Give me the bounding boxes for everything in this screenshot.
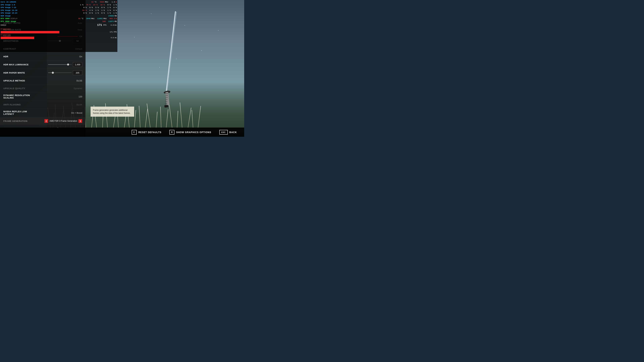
hdr-value[interactable]: On [79,55,82,58]
hdr-max-lum-slider-fill [48,64,68,65]
anti-aliasing-value: DLAA [76,103,82,106]
hud-cpu-label: Core i9-10920X [1,1,16,3]
hud-usage-7-12-label: CPU Usage 7-12 [1,6,16,9]
particle [184,25,185,26]
hdr-max-lum-slider-track[interactable] [48,64,72,65]
hud-cpu-mhz: 5006 [100,1,104,3]
sword-image [152,8,186,109]
hud-overlay: Core i9-10920X 62 °C 5006 MHz 1.6 W CPU … [0,0,118,52]
graphics-key-badge: R [170,130,174,135]
svg-line-4 [166,94,168,94]
back-key-badge: ESC [219,130,228,135]
hdr-paper-white-label: HDR PAPER WHITE [3,71,34,74]
frame-gen-next-button[interactable]: ❯ [78,119,82,123]
frametime-label: Frametime [1,34,10,36]
hud-cpu-w: 1.6 [112,1,115,3]
reset-defaults-label: RESET DEFAULTS [138,131,161,134]
svg-line-1 [167,12,176,92]
hud-usage-1-6-label: CPU Usage 1-6 [1,3,15,6]
hdr-max-lum-slider-thumb[interactable] [67,63,69,65]
hdr-max-lum-slider-container[interactable]: 1,499 [34,62,82,67]
back-label: BACK [230,131,237,134]
hdr-paper-white-slider-track[interactable] [48,72,72,73]
hdr-row: HDR On [3,53,82,60]
frametime-bar-container: 4.6 ms [1,37,117,39]
hdr-paper-white-slider-thumb[interactable] [52,72,54,74]
frame-gen-carousel[interactable]: ❮ AMD FSR 3 Frame Generation ❯ [44,119,82,123]
reset-key-badge: C [132,130,137,135]
frame-gen-prev-button[interactable]: ❮ [44,119,48,123]
hud-cpu-temp: 62 [92,1,94,3]
framerate-label: Framerate [1,28,10,31]
hdr-max-lum-row: HDR MAX LUMINANCE 1,499 [3,60,82,69]
upscale-quality-label: UPSCALE QUALITY [3,87,34,90]
tooltip-box: Frame generation generates additional fr… [90,107,134,117]
svg-line-5 [166,96,168,96]
dynamic-res-value[interactable]: 120 [78,95,82,98]
dynamic-res-label: DYNAMIC RESOLUTION SCALING [3,94,34,99]
upscale-method-label: UPSCALE METHOD [3,79,34,82]
anti-aliasing-row: ANTI-ALIASING DLAA [3,101,82,109]
hud-usage-13-18-label: CPU Usage 13-18 [1,9,17,12]
hdr-paper-white-value-box[interactable]: 205 [73,70,82,75]
hdr-paper-white-slider-container[interactable]: 205 [34,70,82,75]
tooltip-text: Frame generation generates additional fr… [93,109,130,114]
particle [201,50,202,51]
hdr-max-lum-value-box[interactable]: 1,499 [73,62,82,67]
dynamic-res-row: DYNAMIC RESOLUTION SCALING 120 [3,92,82,101]
reset-defaults-button[interactable]: C RESET DEFAULTS [128,128,165,137]
framerate-bar-container: 171 FPS [1,31,117,33]
nvidia-reflex-row: NVIDIA REFLEX LOW LATENCY On + Boost [3,109,82,117]
particle [218,30,218,31]
hdr-label: HDR [3,55,34,58]
nvidia-reflex-label: NVIDIA REFLEX LOW LATENCY [3,110,34,115]
svg-line-0 [166,12,176,92]
hud-rtx-usage-label: RTX 3090 Usage [1,20,16,23]
show-graphics-label: SHOW GRAPHICS OPTIONS [176,131,211,134]
frame-generation-row: FRAME GENERATION ❮ AMD FSR 3 Frame Gener… [0,117,86,125]
particle [176,59,176,59]
hdr-max-lum-label: HDR MAX LUMINANCE [3,63,34,66]
frame-gen-label: FRAME GENERATION [3,120,34,122]
hud-d3d12-label: D3D12 [1,24,6,27]
show-graphics-options-button[interactable]: R SHOW GRAPHICS OPTIONS [165,128,215,137]
hud-ram-val: 24860 [108,14,114,17]
upscale-method-row: UPSCALE METHOD DLSS [3,77,82,85]
anti-aliasing-label: ANTI-ALIASING [3,103,34,106]
frametime-display: 4.6 ms [111,37,117,39]
upscale-quality-row: UPSCALE QUALITY Dynamic [3,85,82,92]
hud-fps-val: 171 [97,23,102,27]
particle [134,37,135,37]
bottom-bar: C RESET DEFAULTS R SHOW GRAPHICS OPTIONS… [0,128,244,137]
nvidia-reflex-value[interactable]: On + Boost [71,112,82,114]
upscale-quality-value: Dynamic [74,87,82,90]
hdr-paper-white-row: HDR PAPER WHITE 205 [3,69,82,77]
frametime-section: Frametime 4.6 ms [1,34,117,39]
particle [159,67,160,67]
frametime-bar [1,37,34,39]
back-button[interactable]: ESC BACK [215,128,241,137]
framerate-section: Framerate 171 FPS [1,28,117,33]
hud-usage-19-24-label: CPU Usage 19-24 [1,12,17,14]
particle [151,13,152,14]
upscale-method-value[interactable]: DLSS [76,79,82,82]
framerate-fps-label: 171 FPS [110,31,117,33]
framerate-bar [1,31,59,33]
hud-ram-label: RAM Usage [1,14,10,17]
hud-rtx-label: RTX 3090 [1,17,10,20]
frame-gen-value: AMD FSR 3 Frame Generation [50,120,77,122]
